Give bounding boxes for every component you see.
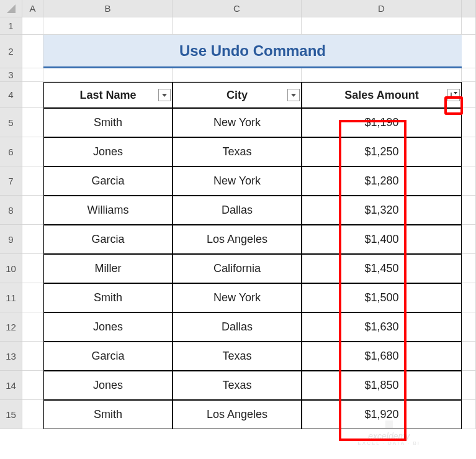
header-city[interactable]: City [173,82,302,108]
row-header-label: 14 [6,380,16,391]
empty-cell[interactable] [462,342,476,371]
cell-last-name[interactable]: Garcia [43,225,173,254]
filter-button-last-name[interactable] [158,89,171,101]
empty-cell[interactable] [302,68,462,82]
cell-sales[interactable]: $1,680 [302,342,462,371]
cell-sales[interactable]: $1,280 [302,166,462,196]
empty-cell[interactable] [462,196,476,225]
row-header-8[interactable]: 8 [0,196,22,225]
cell-sales[interactable]: $1,500 [302,283,462,312]
filter-button-city[interactable] [287,89,300,101]
cell-sales[interactable]: $1,250 [302,137,462,166]
cell-city[interactable]: Texas [173,342,302,371]
row-header-3[interactable]: 3 [0,68,22,82]
empty-cell[interactable] [22,283,43,312]
empty-cell[interactable] [462,283,476,312]
empty-cell[interactable] [462,400,476,429]
header-last-name[interactable]: Last Name [43,82,173,108]
empty-cell[interactable] [462,68,476,82]
cell-sales[interactable]: $1,630 [302,312,462,342]
cell-city[interactable]: Texas [173,371,302,400]
empty-cell[interactable] [22,68,43,82]
cell-last-name[interactable]: Smith [43,400,173,429]
empty-cell[interactable] [462,225,476,254]
empty-cell[interactable] [462,137,476,166]
cell-city[interactable]: Dallas [173,196,302,225]
cell-last-name[interactable]: Garcia [43,166,173,196]
cell-city[interactable]: Los Angeles [173,225,302,254]
cell-last-name[interactable]: Jones [43,137,173,166]
empty-cell[interactable] [462,312,476,342]
cell-city[interactable]: New York [173,166,302,196]
empty-cell[interactable] [462,35,476,68]
cell-last-name[interactable]: Jones [43,371,173,400]
empty-cell[interactable] [22,225,43,254]
row-header-12[interactable]: 12 [0,312,22,342]
cell-sales[interactable]: $1,400 [302,225,462,254]
column-header-D[interactable]: D [302,0,462,17]
empty-cell[interactable] [22,35,43,68]
empty-cell[interactable] [22,312,43,342]
empty-cell[interactable] [22,17,43,35]
empty-cell[interactable] [22,342,43,371]
cell-last-name[interactable]: Miller [43,254,173,283]
column-header-B[interactable]: B [43,0,173,17]
empty-cell[interactable] [43,68,173,82]
empty-cell[interactable] [462,82,476,108]
cell-last-name-text: Jones [93,379,123,392]
row-header-14[interactable]: 14 [0,371,22,400]
cell-last-name[interactable]: Smith [43,108,173,137]
row-header-11[interactable]: 11 [0,283,22,312]
row-header-2[interactable]: 2 [0,35,22,68]
cell-city[interactable]: Dallas [173,312,302,342]
empty-cell[interactable] [173,17,302,35]
cell-city[interactable]: Texas [173,137,302,166]
filter-sort-button-sales-amount[interactable] [447,89,460,101]
cell-sales[interactable]: $1,850 [302,371,462,400]
cell-last-name[interactable]: Smith [43,283,173,312]
empty-cell[interactable] [22,400,43,429]
row-header-4[interactable]: 4 [0,82,22,108]
cell-sales[interactable]: $1,190 [302,108,462,137]
cell-last-name[interactable]: Garcia [43,342,173,371]
row-header-5[interactable]: 5 [0,108,22,137]
empty-cell[interactable] [22,254,43,283]
empty-cell[interactable] [462,371,476,400]
cell-last-name[interactable]: Jones [43,312,173,342]
column-header-A[interactable]: A [22,0,43,17]
row-header-15[interactable]: 15 [0,400,22,429]
cell-last-name[interactable]: Williams [43,196,173,225]
header-sales-amount-label: Sales Amount [344,89,418,102]
row-header-6[interactable]: 6 [0,137,22,166]
empty-cell[interactable] [22,166,43,196]
select-all-corner[interactable] [0,0,22,17]
row-header-7[interactable]: 7 [0,166,22,196]
column-header-C[interactable]: C [173,0,302,17]
empty-cell[interactable] [462,17,476,35]
empty-cell[interactable] [22,82,43,108]
empty-cell[interactable] [22,108,43,137]
cell-city[interactable]: California [173,254,302,283]
empty-cell[interactable] [22,137,43,166]
column-header-label: D [378,3,385,14]
cell-city[interactable]: New York [173,283,302,312]
empty-cell[interactable] [173,68,302,82]
cell-sales[interactable]: $1,450 [302,254,462,283]
row-header-13[interactable]: 13 [0,342,22,371]
empty-cell[interactable] [43,17,173,35]
cell-sales[interactable]: $1,320 [302,196,462,225]
empty-cell[interactable] [462,108,476,137]
cell-city[interactable]: Los Angeles [173,400,302,429]
row-header-1[interactable]: 1 [0,17,22,35]
empty-cell[interactable] [462,166,476,196]
row-header-9[interactable]: 9 [0,225,22,254]
column-header-extra[interactable] [462,0,476,17]
empty-cell[interactable] [302,17,462,35]
empty-cell[interactable] [22,196,43,225]
header-sales-amount[interactable]: Sales Amount [302,82,462,108]
row-header-10[interactable]: 10 [0,254,22,283]
cell-city[interactable]: New York [173,108,302,137]
empty-cell[interactable] [22,371,43,400]
empty-cell[interactable] [462,254,476,283]
page-title[interactable]: Use Undo Command [43,35,462,68]
